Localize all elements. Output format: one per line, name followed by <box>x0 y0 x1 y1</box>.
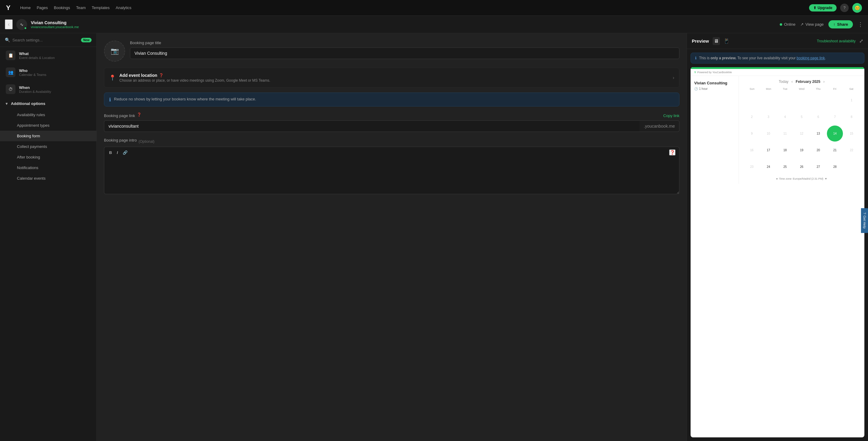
location-card-subtext: Choose an address or place, or have vide… <box>119 78 270 83</box>
page-title: Vivian Consulting <box>31 20 776 25</box>
page-icon-emoji: ∿ <box>20 22 24 27</box>
cal-day-cell: 2 <box>744 109 760 125</box>
link-right-suffix: .youcanbook.me <box>640 120 679 132</box>
clock-icon: 🕐 <box>694 87 698 90</box>
search-input[interactable] <box>12 38 79 42</box>
link-button[interactable]: 🔗 <box>122 150 129 155</box>
desktop-icon: 🖥 <box>714 38 719 43</box>
cal-day-cell[interactable]: 25 <box>777 159 793 175</box>
link-input-row: .youcanbook.me <box>104 120 679 132</box>
nav-analytics[interactable]: Analytics <box>116 5 131 10</box>
upgrade-button[interactable]: ⬆ Upgrade <box>809 4 837 11</box>
sidebar-sub-collect-payments[interactable]: Collect payments <box>0 141 96 152</box>
sidebar-sub-notifications[interactable]: Notifications <box>0 163 96 173</box>
cal-day-cell[interactable]: 18 <box>777 142 793 158</box>
cal-next-button[interactable]: › <box>823 80 825 84</box>
cal-day-cell[interactable]: 20 <box>810 142 826 158</box>
troubleshoot-link[interactable]: Troubleshoot availability <box>817 39 856 43</box>
cal-day-cell[interactable]: 24 <box>761 159 776 175</box>
more-options-button[interactable]: ⋮ <box>858 21 863 28</box>
cal-body: Vivian Consulting 🕐 1 hour Today ‹ Febru… <box>690 76 864 184</box>
nav-team[interactable]: Team <box>76 5 86 10</box>
cal-day-cell[interactable]: 26 <box>794 159 810 175</box>
when-sublabel: Duration & Availability <box>19 90 51 93</box>
sub-header-right: Online ↗ View page ↑ Share ⋮ <box>780 20 863 28</box>
expand-icon: ⤢ <box>859 38 863 43</box>
nav-bookings[interactable]: Bookings <box>54 5 70 10</box>
cal-day-cell[interactable]: 14 <box>827 125 843 142</box>
logo-upload-placeholder[interactable]: 📷 <box>104 40 125 62</box>
cal-day-wed: Wed <box>793 87 810 91</box>
cal-day-cell <box>794 92 810 108</box>
cal-day-cell <box>827 92 843 108</box>
page-url[interactable]: vivianconsultant.youcanbook.me <box>31 25 776 29</box>
cal-days-header: Sun Mon Tue Wed Thu Fri Sat <box>744 87 860 91</box>
cal-day-cell[interactable]: 28 <box>827 159 843 175</box>
chevron-down-icon: ▼ <box>5 101 8 106</box>
sidebar-sub-appointment-types[interactable]: Appointment types <box>0 120 96 131</box>
desktop-preview-button[interactable]: 🖥 <box>713 37 720 45</box>
sidebar-item-who[interactable]: 👥 Who Calendar & Teams <box>0 64 96 81</box>
sidebar-item-when[interactable]: ⏱ When Duration & Availability <box>0 81 96 98</box>
cal-prev-button[interactable]: ‹ <box>792 80 793 84</box>
cal-today-btn[interactable]: Today <box>779 80 788 84</box>
location-help-icon[interactable]: ❓ <box>159 73 163 78</box>
bold-button[interactable]: B <box>108 150 113 155</box>
cal-day-cell[interactable]: 27 <box>810 159 826 175</box>
help-tab-icon: ? <box>863 212 867 214</box>
cal-day-cell: 3 <box>761 109 776 125</box>
timezone-dot: ● <box>776 177 778 180</box>
cal-day-cell: 16 <box>744 142 760 158</box>
online-dot <box>24 27 27 30</box>
preview-header: Preview 🖥 📱 Troubleshoot availability ⤢ <box>687 33 868 49</box>
location-pin-icon: 📍 <box>109 75 116 81</box>
share-button[interactable]: ↑ Share <box>829 20 853 28</box>
info-banner: ℹ Reduce no shows by letting your booker… <box>104 93 679 107</box>
cal-day-cell[interactable]: 19 <box>794 142 810 158</box>
calendar-preview: Y Powered by YouCanBookMe Vivian Consult… <box>690 67 864 437</box>
sidebar-sub-availability-rules[interactable]: Availability rules <box>0 110 96 120</box>
info-banner-text: Reduce no shows by letting your bookers … <box>114 96 256 102</box>
nav-templates[interactable]: Templates <box>92 5 110 10</box>
mobile-preview-button[interactable]: 📱 <box>722 37 731 45</box>
cal-duration: 🕐 1 hour <box>694 87 735 90</box>
main-layout: 🔍 New 📋 What Event details & Location 👥 … <box>0 33 868 441</box>
cal-day-cell[interactable]: 13 <box>810 125 826 142</box>
location-card-title: Add event location <box>119 73 157 78</box>
italic-button[interactable]: I <box>116 150 119 155</box>
cal-day-cell[interactable]: 17 <box>761 142 776 158</box>
cal-day-mon: Mon <box>761 87 777 91</box>
help-button[interactable]: ? <box>840 4 849 12</box>
get-help-tab[interactable]: ? Get Help <box>861 208 868 233</box>
online-indicator <box>780 23 782 26</box>
location-card[interactable]: 📍 Add event location ❓ Choose an address… <box>104 68 679 88</box>
back-button[interactable]: ‹ <box>5 19 13 29</box>
nav-home[interactable]: Home <box>20 5 31 10</box>
cal-day-fri: Fri <box>827 87 843 91</box>
preview-info-text: This is only a preview. To see your live… <box>699 56 826 60</box>
when-icon: ⏱ <box>6 84 16 94</box>
sidebar-sub-booking-form[interactable]: Booking form <box>0 131 96 141</box>
toolbar-help-icon[interactable]: ❓ <box>669 149 676 155</box>
cal-day-cell <box>843 159 860 175</box>
avatar[interactable]: 😊 <box>852 3 862 13</box>
view-page-button[interactable]: ↗ View page <box>800 22 824 27</box>
additional-options-label: Additional options <box>11 101 45 106</box>
nav-pages[interactable]: Pages <box>37 5 48 10</box>
what-icon: 📋 <box>6 51 16 60</box>
link-left-input[interactable] <box>104 120 640 132</box>
mobile-icon: 📱 <box>723 38 730 43</box>
preview-info-banner: ℹ This is only a preview. To see your li… <box>690 53 864 63</box>
copy-link-button[interactable]: Copy link <box>663 113 679 118</box>
booking-title-input[interactable] <box>130 48 679 59</box>
sidebar-sub-calendar-events[interactable]: Calendar events <box>0 173 96 184</box>
intro-textarea[interactable] <box>104 158 679 194</box>
additional-options-header[interactable]: ▼ Additional options <box>0 98 96 110</box>
preview-info-icon: ℹ <box>695 56 696 60</box>
link-help-icon[interactable]: ❓ <box>137 113 142 117</box>
sidebar-sub-after-booking[interactable]: After booking <box>0 152 96 163</box>
cal-day-cell[interactable]: 21 <box>827 142 843 158</box>
logo-icon[interactable]: Y <box>6 4 10 12</box>
sidebar-item-what[interactable]: 📋 What Event details & Location <box>0 47 96 64</box>
expand-button[interactable]: ⤢ <box>859 38 863 44</box>
